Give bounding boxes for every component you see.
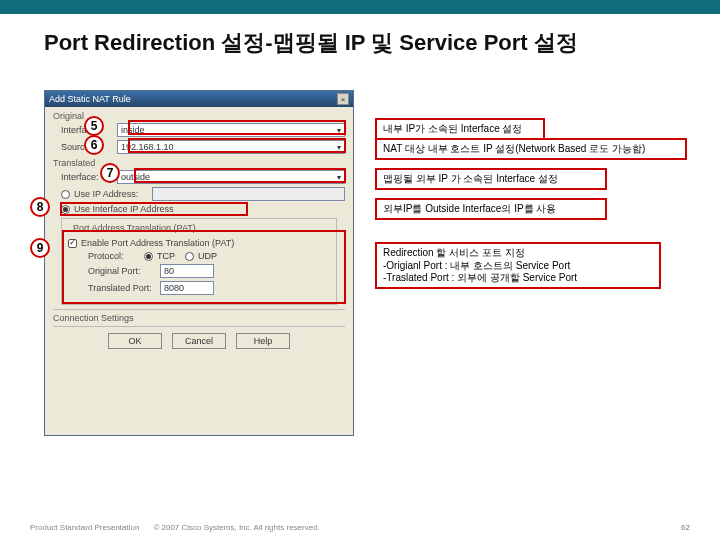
label-use-ip: Use IP Address: [74,189,152,199]
badge-6: 6 [84,135,104,155]
callout-9-line3: -Traslated Port : 외부에 공개할 Service Port [383,272,577,283]
dialog-title: Add Static NAT Rule [49,94,131,104]
badge-8: 8 [30,197,50,217]
footer-copyright: © 2007 Cisco Systems, Inc. All rights re… [153,523,319,532]
dialog-titlebar: Add Static NAT Rule × [45,91,353,107]
callout-7: 맵핑될 외부 IP 가 소속된 Interface 설정 [375,168,607,190]
highlight-8 [60,202,248,216]
close-icon[interactable]: × [337,93,349,105]
badge-7: 7 [100,163,120,183]
footer-left: Product Standard Presentation [30,523,139,532]
callout-9-line2: -Origianl Port : 내부 호스트의 Service Port [383,260,570,271]
ok-button[interactable]: OK [108,333,162,349]
cancel-button[interactable]: Cancel [172,333,226,349]
highlight-6 [128,138,346,153]
badge-5: 5 [84,116,104,136]
footer: Product Standard Presentation © 2007 Cis… [30,523,690,532]
callout-5: 내부 IP가 소속된 Interface 설정 [375,118,545,140]
use-ip-radio[interactable] [61,190,70,199]
help-button[interactable]: Help [236,333,290,349]
callout-6: NAT 대상 내부 호스트 IP 설정(Network Based 로도 가능함… [375,138,687,160]
group-translated: Translated [53,158,345,168]
page-number: 62 [681,523,690,532]
callout-9-line1: Redirection 할 서비스 포트 지정 [383,247,525,258]
group-conn: Connection Settings [53,313,345,323]
highlight-9 [62,230,346,304]
callout-8: 외부IP를 Outside Interface의 IP를 사용 [375,198,607,220]
callout-9: Redirection 할 서비스 포트 지정 -Origianl Port :… [375,242,661,289]
badge-9: 9 [30,238,50,258]
highlight-5 [128,120,346,135]
ip-address-field[interactable] [152,187,345,201]
highlight-7 [134,168,346,183]
page-title: Port Redirection 설정-맵핑될 IP 및 Service Por… [0,14,720,68]
